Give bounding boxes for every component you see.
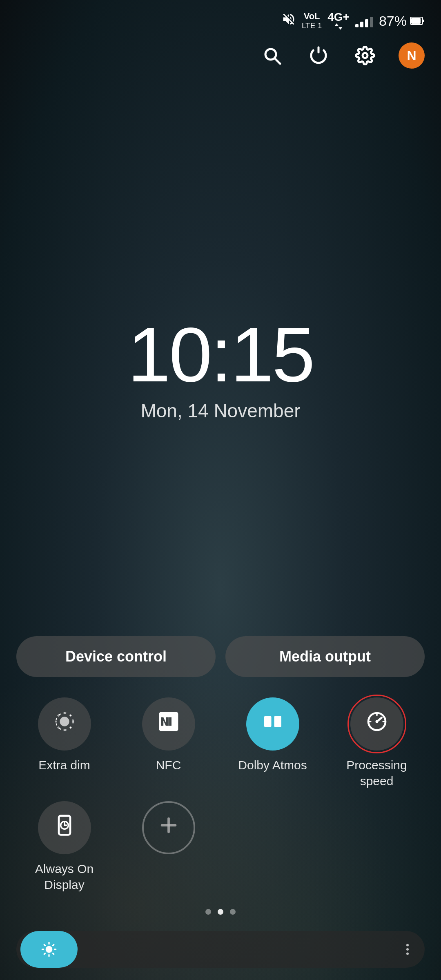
extra-dim-icon-wrap bbox=[38, 697, 91, 751]
dot-2 bbox=[218, 909, 223, 915]
clock-time: 10:15 bbox=[127, 316, 313, 393]
brightness-thumb bbox=[33, 933, 65, 965]
media-output-button[interactable]: Media output bbox=[225, 636, 425, 677]
volte-text: VoL bbox=[304, 11, 320, 21]
svg-rect-2 bbox=[423, 20, 424, 22]
network-indicator: VoL LTE 1 bbox=[302, 11, 322, 30]
svg-rect-1 bbox=[411, 18, 421, 24]
extra-dim-icon bbox=[53, 710, 76, 738]
lte-text: LTE 1 bbox=[302, 22, 322, 30]
avatar-letter: N bbox=[407, 48, 416, 63]
processing-speed-label: Processing speed bbox=[329, 757, 425, 789]
power-button[interactable] bbox=[305, 42, 332, 69]
dot-1 bbox=[205, 909, 211, 915]
device-control-button[interactable]: Device control bbox=[16, 636, 216, 677]
svg-point-5 bbox=[363, 53, 368, 58]
tile-dolby-atmos[interactable]: Dolby Atmos bbox=[225, 697, 321, 789]
brightness-track[interactable] bbox=[20, 931, 389, 968]
brightness-more-button[interactable] bbox=[397, 939, 418, 960]
dolby-atmos-icon bbox=[261, 710, 284, 738]
dot-3 bbox=[230, 909, 236, 915]
processing-speed-icon bbox=[365, 710, 388, 738]
svg-point-39 bbox=[406, 944, 409, 947]
svg-point-6 bbox=[60, 717, 69, 726]
tile-add[interactable]: + bbox=[120, 801, 216, 893]
add-tile-icon bbox=[157, 814, 180, 842]
svg-line-35 bbox=[44, 944, 45, 945]
pagination-dots bbox=[16, 909, 425, 915]
mute-icon bbox=[281, 12, 296, 30]
brightness-fill bbox=[20, 931, 78, 968]
add-tile-label: + bbox=[165, 861, 172, 877]
svg-line-13 bbox=[58, 727, 59, 728]
extra-dim-label: Extra dim bbox=[38, 757, 90, 773]
always-on-display-label: Always On Display bbox=[16, 861, 112, 893]
control-buttons-row: Device control Media output bbox=[16, 636, 425, 677]
svg-line-37 bbox=[44, 953, 45, 954]
signal-strength-icon bbox=[355, 14, 373, 27]
svg-line-4 bbox=[275, 58, 280, 64]
top-quick-actions: N bbox=[0, 34, 441, 77]
4g-text: 4G+ bbox=[327, 11, 350, 23]
svg-line-38 bbox=[53, 944, 53, 945]
brightness-sun-icon bbox=[41, 941, 57, 958]
dolby-atmos-icon-wrap bbox=[246, 697, 299, 751]
svg-rect-16 bbox=[264, 716, 272, 727]
svg-point-40 bbox=[406, 948, 409, 951]
nfc-icon bbox=[157, 710, 180, 738]
nfc-label: NFC bbox=[156, 757, 181, 773]
notifications-avatar[interactable]: N bbox=[399, 42, 425, 69]
dolby-atmos-label: Dolby Atmos bbox=[238, 757, 307, 773]
settings-button[interactable] bbox=[352, 42, 378, 69]
add-tile-icon-wrap bbox=[142, 801, 195, 854]
bottom-panel: Device control Media output bbox=[0, 636, 441, 980]
svg-rect-17 bbox=[274, 716, 281, 727]
search-button[interactable] bbox=[259, 42, 285, 69]
status-bar: VoL LTE 1 4G+ 87% bbox=[0, 0, 441, 34]
nfc-icon-wrap bbox=[142, 697, 195, 751]
tile-always-on-display[interactable]: Always On Display bbox=[16, 801, 112, 893]
tile-nfc[interactable]: NFC bbox=[120, 697, 216, 789]
svg-line-11 bbox=[58, 715, 59, 716]
tile-extra-dim[interactable]: Extra dim bbox=[16, 697, 112, 789]
brightness-bar[interactable] bbox=[16, 931, 425, 968]
svg-line-36 bbox=[53, 953, 53, 954]
battery-icon bbox=[410, 16, 425, 25]
network-type: 4G+ bbox=[327, 11, 350, 30]
clock-date: Mon, 14 November bbox=[140, 400, 300, 422]
quick-tiles-grid: Extra dim NFC bbox=[16, 697, 425, 893]
battery-percentage: 87% bbox=[379, 13, 407, 29]
processing-speed-icon-wrap bbox=[350, 697, 403, 751]
clock-area: 10:15 Mon, 14 November bbox=[0, 77, 441, 636]
always-on-display-icon bbox=[53, 814, 76, 842]
svg-line-20 bbox=[377, 718, 382, 722]
svg-point-30 bbox=[46, 946, 53, 953]
battery-indicator: 87% bbox=[379, 13, 425, 29]
always-on-display-icon-wrap bbox=[38, 801, 91, 854]
svg-point-41 bbox=[406, 953, 409, 955]
data-arrows-icon bbox=[334, 23, 343, 30]
tile-processing-speed[interactable]: Processing speed bbox=[329, 697, 425, 789]
